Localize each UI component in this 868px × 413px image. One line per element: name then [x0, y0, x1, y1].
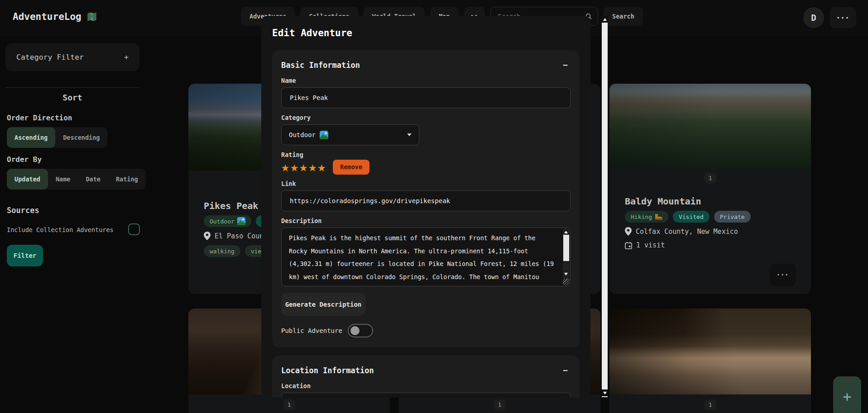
order-direction-descending[interactable]: Descending: [55, 127, 107, 148]
brand-label: AdventureLog: [13, 11, 82, 22]
landscape-icon: [320, 131, 328, 139]
sidebar-divider: [5, 87, 139, 88]
basic-information-header: Basic Information −: [281, 60, 571, 70]
order-by-group: Updated Name Date Rating: [7, 169, 146, 190]
card-visits-text: 1 visit: [636, 241, 665, 249]
order-by-rating[interactable]: Rating: [108, 169, 146, 190]
link-field[interactable]: [281, 190, 571, 211]
scroll-up-icon: [564, 231, 568, 233]
location-label: Location: [281, 382, 571, 389]
card-visits-row: 1 visit: [625, 241, 811, 249]
modal-title: Edit Adventure: [272, 28, 580, 38]
add-adventure-fab[interactable]: +: [833, 376, 861, 413]
navbar-more-button[interactable]: •••: [830, 7, 856, 28]
badge-visited: Visited: [673, 211, 710, 223]
badge-private: Private: [714, 211, 751, 223]
avatar[interactable]: D: [803, 7, 824, 28]
public-adventure-row: Public Adventure: [281, 324, 571, 337]
section-title: Location Information: [281, 366, 374, 375]
card-photo: [609, 309, 811, 394]
link-label: Link: [281, 180, 571, 187]
badge-label: Visited: [679, 214, 704, 220]
public-adventure-toggle[interactable]: [348, 324, 373, 337]
expand-plus-icon: +: [124, 53, 129, 62]
remove-rating-button[interactable]: Remove: [333, 160, 369, 175]
tag-walking: walking: [204, 245, 240, 257]
include-collection-checkbox[interactable]: [128, 223, 140, 235]
category-label: Category: [281, 114, 571, 121]
collapse-minus-icon[interactable]: −: [560, 366, 571, 375]
location-pin-icon: [625, 227, 632, 236]
order-direction-ascending[interactable]: Ascending: [7, 127, 55, 148]
collapse-minus-icon[interactable]: −: [560, 60, 571, 70]
scroll-up-icon[interactable]: [602, 16, 608, 23]
name-label: Name: [281, 77, 571, 84]
order-by-label: Order By: [7, 155, 42, 164]
order-by-date[interactable]: Date: [78, 169, 108, 190]
star-rating[interactable]: ★★★★★: [281, 159, 326, 175]
description-textarea[interactable]: Pikes Peak is the highest summit of the …: [281, 228, 571, 286]
name-field[interactable]: [281, 87, 571, 108]
brand[interactable]: AdventureLog: [13, 11, 98, 23]
card-more-button[interactable]: •••: [770, 264, 796, 286]
calendar-icon: [625, 242, 632, 249]
badge-outdoor: Outdoor: [204, 215, 251, 227]
public-adventure-label: Public Adventure: [281, 327, 342, 334]
image-count-badge: 1: [283, 399, 295, 410]
toggle-knob: [350, 326, 360, 335]
card-location-text: El Paso Coun: [215, 232, 264, 240]
scrollbar-thumb: [563, 235, 569, 261]
resize-handle[interactable]: [563, 279, 569, 285]
badge-hiking: Hiking: [625, 211, 668, 223]
card-badges: Hiking Visited Private: [625, 211, 811, 223]
app-root: AdventureLog Adventures Collections Worl…: [0, 0, 868, 413]
image-count-badge: 1: [705, 399, 716, 410]
order-direction-label: Order Direction: [7, 114, 72, 122]
sort-heading: Sort: [0, 93, 145, 102]
category-value: Outdoor: [289, 131, 316, 138]
sources-heading: Sources: [7, 206, 39, 215]
badge-label: Hiking: [631, 214, 652, 220]
card-title: Baldy Mountain: [625, 196, 811, 207]
edit-adventure-modal: Edit Adventure Basic Information − Name …: [261, 16, 590, 397]
category-select[interactable]: Outdoor: [281, 124, 419, 145]
include-collection-label: Include Collection Adventures: [7, 226, 114, 233]
category-filter-header[interactable]: Category Filter +: [5, 43, 139, 71]
category-filter-label: Category Filter: [16, 53, 84, 62]
badge-label: Outdoor: [210, 218, 235, 225]
landscape-icon: [237, 217, 245, 225]
scroll-down-icon[interactable]: [602, 389, 608, 396]
rating-control: ★★★★★ Remove: [281, 159, 571, 175]
scroll-down-icon: [564, 273, 568, 275]
card-location-text: Colfax County, New Mexico: [636, 228, 738, 236]
location-field[interactable]: [281, 393, 571, 397]
generate-description-button[interactable]: Generate Description: [281, 293, 365, 316]
badge-label: Private: [720, 214, 745, 220]
order-by-updated[interactable]: Updated: [7, 169, 48, 190]
image-count-badge: 1: [705, 173, 716, 184]
basic-information-section: Basic Information − Name Category Outdoo…: [272, 50, 580, 347]
textarea-scrollbar[interactable]: [563, 228, 570, 285]
location-information-section: Location Information − Location: [272, 356, 580, 397]
filter-button[interactable]: Filter: [7, 245, 43, 266]
card-location-row: Colfax County, New Mexico: [625, 227, 811, 236]
rating-label: Rating: [281, 151, 571, 158]
search-button[interactable]: Search: [604, 7, 643, 26]
description-label: Description: [281, 217, 571, 224]
order-direction-group: Ascending Descending: [7, 127, 107, 148]
adventure-card-bottom-right[interactable]: 1: [609, 309, 811, 413]
adventure-card-baldy-mountain[interactable]: 1 Baldy Mountain Hiking Visited Private: [609, 84, 811, 294]
order-by-name[interactable]: Name: [48, 169, 78, 190]
description-text: Pikes Peak is the highest summit of the …: [289, 234, 554, 286]
image-count-badge: 1: [494, 399, 506, 410]
location-pin-icon: [204, 232, 211, 240]
map-logo-icon: [86, 11, 98, 23]
baldy-mountain-photo: [609, 84, 811, 168]
chevron-down-icon: [407, 133, 412, 136]
modal-scrollbar[interactable]: [602, 16, 608, 397]
hiking-boot-icon: [655, 214, 662, 220]
section-title: Basic Information: [281, 61, 360, 70]
location-information-header: Location Information −: [281, 366, 571, 375]
